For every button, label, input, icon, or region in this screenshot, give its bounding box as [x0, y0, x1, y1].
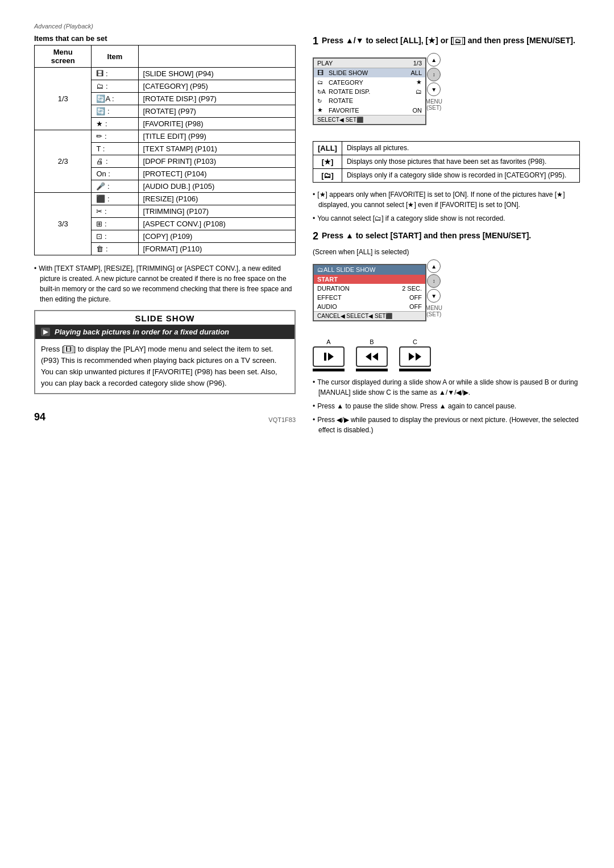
item-label: [RESIZE] (P106) [138, 193, 295, 205]
row-value-duration: 2 SEC. [402, 285, 422, 292]
item-label: [FORMAT] (P110) [138, 243, 295, 255]
item-label: [TRIMMING] (P107) [138, 205, 295, 218]
step2-section: 2 Press ▲ to select [START] and then pre… [313, 229, 580, 435]
nav2-menu-label: MENU(SET) [426, 305, 442, 317]
row-value-1: ALL [410, 69, 422, 76]
row-icon-1: 🎞 [317, 69, 329, 76]
item-label: [FAVORITE] (P98) [138, 118, 295, 130]
row-value-5: ON [413, 107, 422, 114]
screen2-footer-text: CANCEL◀ SELECT◀ SET⬛ [317, 313, 392, 319]
select-desc-cat: Displays only if a category slide show i… [342, 169, 579, 183]
nav2-down: ▼ [427, 289, 441, 303]
item-icon: ★ : [92, 118, 138, 130]
select-desc-all: Displays all pictures. [342, 142, 579, 155]
bar-a1 [324, 353, 326, 361]
item-icon: 🔄A : [92, 93, 138, 105]
slideshow-subtitle-text: Playing back pictures in order for a fix… [55, 328, 229, 336]
row-icon-2: 🗂 [317, 79, 329, 85]
select-table: [ALL] Displays all pictures. [★] Display… [313, 141, 580, 183]
row-label-duration: DURATION [317, 285, 402, 292]
btn-c [399, 346, 431, 367]
control-a: A [313, 338, 345, 371]
item-label: [ROTATE DISP.] (P97) [138, 93, 295, 105]
nav-up: ▲ [427, 53, 441, 67]
breadcrumb: Advanced (Playback) [34, 23, 580, 30]
step1-section: 1 Press ▲/▼ to select [ALL], [★] or [🗂] … [313, 34, 580, 224]
item-icon: ⊞ : [92, 218, 138, 230]
slideshow-body: Press [🎞] to display the [PLAY] mode men… [35, 339, 294, 393]
screen1-row-2: 🗂 CATEGORY ★ [314, 77, 425, 87]
tri-c2 [416, 353, 421, 361]
nav2-wheel: ↕ [427, 274, 441, 288]
row-icon-5: ★ [317, 106, 329, 114]
item-icon: 🗂 : [92, 80, 138, 93]
nav-wheel: ↕ [427, 68, 441, 81]
item-label: [PROTECT] (P104) [138, 168, 295, 180]
nav-down: ▼ [427, 82, 441, 96]
item-icon: ⬛ : [92, 193, 138, 205]
item-icon: 🎤 : [92, 180, 138, 193]
screen1-header-left: PLAY [317, 60, 333, 67]
screen1-footer-text: SELECT◀ SET⬛ [317, 117, 363, 123]
item-icon: 🎞 : [92, 68, 138, 80]
label-b: B [370, 338, 374, 345]
slideshow-subtitle: ▶ Playing back pictures in order for a f… [35, 325, 294, 339]
table-row: 2/3✏ :[TITLE EDIT] (P99) [35, 130, 296, 143]
select-desc-star: Displays only those pictures that have b… [342, 155, 579, 169]
group-label: 1/3 [35, 68, 92, 130]
row-icon-3: ↻A [317, 89, 329, 95]
item-icon: 🖨 : [92, 155, 138, 168]
step1-note-1: [★] appears only when [FAVORITE] is set … [313, 189, 580, 210]
tri-b2 [372, 353, 378, 361]
page-header: Advanced (Playback) [34, 23, 580, 30]
item-icon: 🔄 : [92, 105, 138, 118]
item-icon: ✏ : [92, 130, 138, 143]
step2-note-3: Press ◀/▶ while paused to display the pr… [313, 415, 580, 435]
row-value-audio: OFF [409, 303, 422, 310]
table-row: 3/3⬛ :[RESIZE] (P106) [35, 193, 296, 205]
screen1-row-5: ★ FAVORITE ON [314, 105, 425, 115]
screen2-header-text: 🗂ALL SLIDE SHOW [317, 266, 375, 273]
row-label-4: ROTATE [329, 97, 422, 104]
screen1-row-3: ↻A ROTATE DISP. 🗂 [314, 87, 425, 96]
row-label-start: START [317, 276, 422, 283]
item-icon: ✂ : [92, 205, 138, 218]
row-value-effect: OFF [409, 294, 422, 301]
select-row-cat: [🗂] Displays only if a category slide sh… [313, 169, 580, 183]
row-label-5: FAVORITE [329, 107, 413, 114]
select-row-all: [ALL] Displays all pictures. [313, 142, 580, 155]
item-icon: T : [92, 143, 138, 155]
abc-controls: A B C [313, 338, 580, 371]
item-label: [ROTATE] (P97) [138, 105, 295, 118]
slideshow-icon: ▶ [41, 328, 50, 336]
row-label-3: ROTATE DISP. [329, 88, 416, 95]
page-code: VQT1F83 [268, 416, 296, 423]
step1-heading: 1 Press ▲/▼ to select [ALL], [★] or [🗂] … [313, 34, 580, 48]
select-row-star: [★] Displays only those pictures that ha… [313, 155, 580, 169]
item-label: [COPY] (P109) [138, 230, 295, 243]
select-key-cat: [🗂] [313, 169, 342, 183]
item-icon: ⊡ : [92, 230, 138, 243]
tri-a [328, 353, 334, 361]
tri-c1 [409, 353, 414, 361]
item-label: [DPOF PRINT] (P103) [138, 155, 295, 168]
group-label: 3/3 [35, 193, 92, 255]
slideshow-box: SLIDE SHOW ▶ Playing back pictures in or… [34, 310, 296, 394]
screen2-row-effect: EFFECT OFF [314, 293, 425, 302]
screen1-header-right: 1/3 [413, 60, 422, 67]
nav-menu-label: MENU(SET) [426, 98, 442, 111]
row-value-2: ★ [416, 78, 422, 86]
step1-note-2: You cannot select [🗂] if a category slid… [313, 213, 580, 224]
screen1-row-4: ↻ ROTATE [314, 96, 425, 105]
stop-bar-c [399, 369, 431, 371]
nav2-up: ▲ [427, 259, 441, 273]
screen2-nav: ▲ ↕ ▼ MENU(SET) [426, 259, 442, 317]
tri-b1 [366, 353, 371, 361]
screen1-row-1: 🎞 SLIDE SHOW ALL [314, 68, 425, 77]
btn-b [356, 346, 388, 367]
page-footer: 94 VQT1F83 [34, 411, 296, 423]
row-label-effect: EFFECT [317, 294, 409, 301]
left-column: Items that can be set Menuscreen Item 1/… [34, 34, 296, 439]
screen2-row-duration: DURATION 2 SEC. [314, 284, 425, 293]
screen2-header: 🗂ALL SLIDE SHOW [314, 265, 425, 275]
